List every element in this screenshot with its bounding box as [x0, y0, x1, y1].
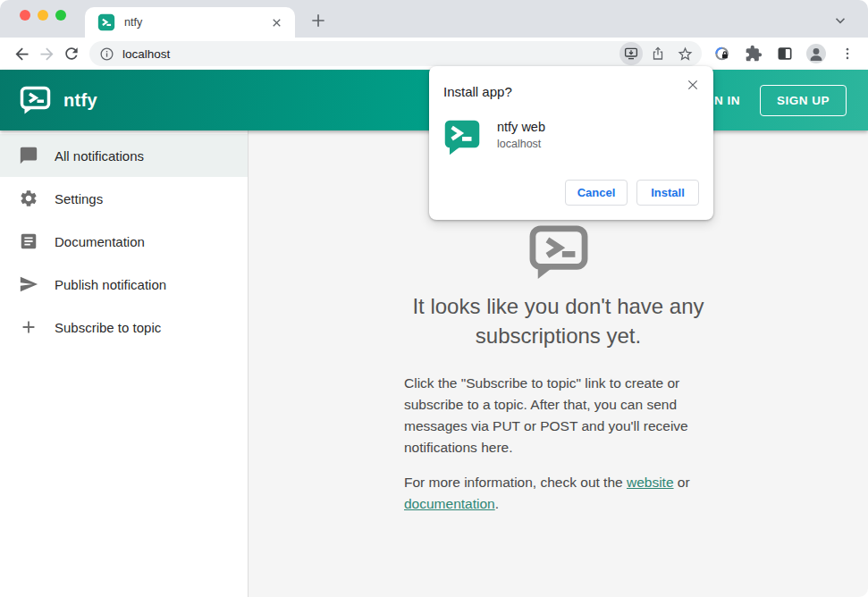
website-link[interactable]: website: [627, 475, 674, 490]
sidebar-item-subscribe-to-topic[interactable]: Subscribe to topic: [0, 306, 248, 349]
sidebar-item-label: Documentation: [55, 234, 145, 249]
sidebar-item-label: All notifications: [55, 148, 144, 164]
back-button[interactable]: [9, 41, 34, 66]
site-info-icon[interactable]: [99, 46, 114, 62]
send-icon: [19, 274, 38, 294]
tab-close-icon[interactable]: [268, 14, 284, 30]
tab-title: ntfy: [124, 16, 268, 29]
install-app-popup: Install app? ntfy web localhost Cancel: [429, 66, 713, 220]
browser-menu-icon[interactable]: [834, 41, 861, 66]
popup-app-origin: localhost: [497, 138, 545, 150]
sign-up-button[interactable]: SIGN UP: [760, 85, 847, 116]
popup-app-name: ntfy web: [497, 120, 545, 134]
sidebar-item-publish-notification[interactable]: Publish notification: [0, 263, 248, 306]
side-panel-icon[interactable]: [771, 41, 798, 66]
popup-app-row: ntfy web localhost: [443, 118, 699, 156]
browser-window: ntfy: [0, 0, 868, 597]
more-info-paragraph: For more information, check out the webs…: [404, 472, 712, 515]
close-window-button[interactable]: [20, 10, 30, 21]
gear-icon: [19, 189, 38, 208]
share-icon[interactable]: [646, 42, 670, 65]
tab-strip: ntfy: [0, 0, 868, 38]
sidebar: All notifications Settings: [0, 130, 249, 597]
documentation-link[interactable]: documentation: [404, 496, 495, 511]
chat-bubble-icon: [19, 146, 38, 165]
toolbar-right-icons: [709, 41, 861, 66]
browser-tab[interactable]: ntfy: [85, 7, 295, 38]
popup-app-info: ntfy web localhost: [497, 118, 545, 150]
sidebar-item-label: Subscribe to topic: [55, 320, 161, 335]
description-paragraph: Click the "Subscribe to topic" link to c…: [404, 373, 712, 458]
tab-search-chevron-icon[interactable]: [832, 13, 848, 29]
reload-button[interactable]: [59, 41, 84, 66]
ntfy-empty-logo-icon: [528, 224, 589, 280]
article-icon: [19, 231, 38, 251]
ntfy-app-icon: [443, 118, 481, 156]
minimize-window-button[interactable]: [38, 10, 48, 21]
address-text[interactable]: localhost: [122, 47, 616, 61]
extensions-puzzle-icon[interactable]: [740, 41, 767, 66]
empty-state-heading: It looks like you don't have any subscri…: [399, 291, 719, 350]
forward-button[interactable]: [34, 41, 59, 66]
sidebar-item-label: Settings: [55, 191, 103, 206]
popup-title: Install app?: [443, 84, 699, 99]
sidebar-item-label: Publish notification: [55, 277, 166, 292]
traffic-lights: [20, 10, 66, 21]
install-app-icon[interactable]: [619, 42, 643, 65]
sidebar-item-all-notifications[interactable]: All notifications: [0, 134, 248, 177]
profile-avatar[interactable]: [803, 41, 830, 66]
popup-close-icon[interactable]: [683, 75, 703, 95]
empty-state-description: Click the "Subscribe to topic" link to c…: [404, 373, 712, 515]
zoom-window-button[interactable]: [55, 10, 66, 21]
address-bar[interactable]: localhost: [89, 41, 702, 66]
plus-icon: [19, 317, 38, 337]
ntfy-logo-icon: [20, 86, 51, 114]
ntfy-favicon-icon: [97, 13, 115, 31]
new-tab-button[interactable]: [309, 12, 327, 29]
bookmark-star-icon[interactable]: [673, 42, 696, 65]
browser-toolbar: localhost: [0, 38, 868, 70]
app-title: ntfy: [63, 90, 97, 111]
sidebar-item-settings[interactable]: Settings: [0, 177, 248, 220]
install-button[interactable]: Install: [636, 180, 699, 206]
popup-actions: Cancel Install: [565, 180, 699, 206]
privacy-extension-icon[interactable]: [709, 41, 736, 66]
cancel-button[interactable]: Cancel: [565, 180, 628, 206]
sidebar-item-documentation[interactable]: Documentation: [0, 220, 248, 263]
